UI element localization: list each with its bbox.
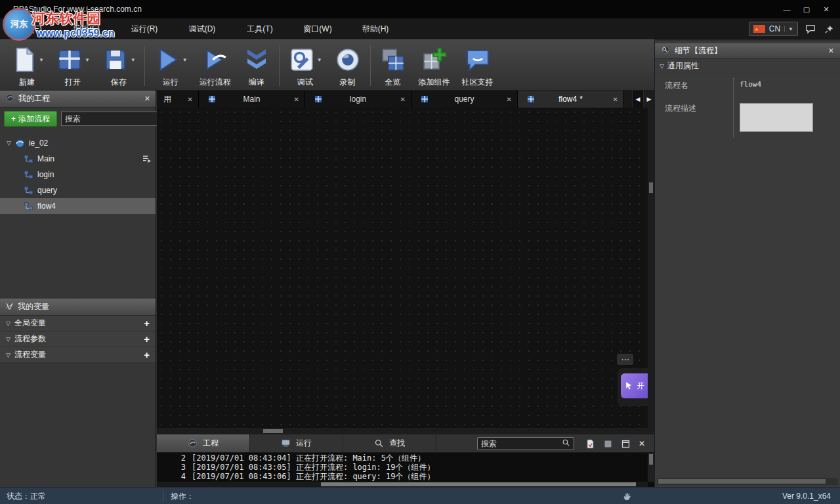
tab-close-icon[interactable]: ✕ (294, 96, 299, 103)
flow-canvas[interactable]: ⋯ 开 (157, 108, 654, 428)
editor-tab-flow4[interactable]: flow4 * ✕ (518, 91, 624, 108)
project-search-input[interactable] (65, 114, 167, 123)
menu-window[interactable]: 窗口(W) (289, 18, 346, 39)
editor-tab-label: Main (243, 94, 260, 104)
run-flow-button[interactable]: 运行流程 (194, 41, 237, 90)
language-selector[interactable]: ★ CN ▼ (749, 22, 798, 36)
open-button[interactable]: ▼ 打开 (50, 41, 96, 90)
scrollbar-handle[interactable] (649, 454, 653, 465)
flow-description-input[interactable] (740, 103, 813, 132)
scrollbar-handle[interactable] (649, 182, 653, 193)
community-support-button[interactable]: 社区支持 (456, 41, 499, 90)
maximize-panel-icon[interactable] (621, 439, 631, 449)
canvas-horizontal-scrollbar[interactable] (157, 428, 654, 434)
status-text: 状态：正常 (7, 488, 46, 504)
debug-button[interactable]: ▼ 调试 (282, 41, 328, 90)
canvas-vertical-scrollbar[interactable] (648, 108, 654, 428)
variables-group-label: 流程变量 (14, 349, 46, 360)
log-vertical-scrollbar[interactable] (648, 453, 654, 482)
compile-button[interactable]: 编译 (237, 41, 276, 90)
tab-close-icon[interactable]: ✕ (400, 96, 406, 103)
pin-icon[interactable] (823, 23, 835, 35)
variables-group-params[interactable]: ▽ 流程参数 + (0, 331, 156, 347)
overview-button[interactable]: 全览 (373, 41, 413, 90)
add-variable-button[interactable]: + (144, 318, 150, 328)
node-options-button[interactable]: ⋯ (617, 354, 633, 365)
tab-close-icon[interactable]: ✕ (188, 96, 193, 103)
clear-log-icon[interactable] (603, 439, 613, 449)
output-tab-project[interactable]: 工程 (157, 434, 250, 452)
new-button[interactable]: ▼ 新建 (4, 41, 50, 90)
flow-icon (24, 170, 33, 180)
run-button[interactable]: ▼ 运行 (148, 41, 194, 90)
details-horizontal-scrollbar[interactable] (657, 478, 838, 485)
tree-item-flow4[interactable]: flow4 (0, 198, 156, 214)
scrollbar-handle[interactable] (658, 479, 826, 484)
section-general-properties[interactable]: ▽ 通用属性 (655, 59, 840, 74)
menu-help[interactable]: 帮助(H) (346, 18, 404, 39)
log-text: [2019/07/01 08:43:06] 正在打开流程: query: 19个… (192, 472, 434, 481)
add-component-button[interactable]: 添加组件 (413, 41, 456, 90)
feedback-icon[interactable] (805, 23, 816, 35)
output-tab-find[interactable]: 查找 (343, 434, 436, 452)
editor-tab-clipped[interactable]: 用 ✕ (157, 91, 199, 108)
variables-group-global[interactable]: ▽ 全局变量 + (0, 316, 156, 331)
editor-tab-main[interactable]: Main ✕ (199, 91, 305, 108)
close-panel-icon[interactable]: ✕ (639, 439, 645, 448)
maximize-button[interactable]: ▢ (797, 0, 816, 18)
close-button[interactable]: ✕ (816, 0, 836, 18)
dropdown-arrow-icon[interactable]: ▼ (182, 57, 188, 63)
tree-root-ie02[interactable]: ▽ ie_02 (0, 135, 156, 151)
statusbar-separator (163, 490, 163, 502)
menu-run[interactable]: 运行(R) (116, 18, 173, 39)
editor-tab-query[interactable]: query ✕ (411, 91, 518, 108)
tab-close-icon[interactable]: ✕ (613, 96, 618, 103)
flow-tab-icon (208, 95, 216, 103)
tab-close-icon[interactable]: ✕ (507, 96, 512, 103)
chevron-down-icon[interactable]: ▼ (784, 26, 793, 32)
editor-tab-login[interactable]: login ✕ (305, 91, 411, 108)
search-icon (374, 438, 384, 448)
close-icon[interactable]: ✕ (144, 94, 150, 103)
flow-name-value[interactable]: flow4 (733, 80, 761, 91)
collapse-arrow-icon[interactable]: ▽ (6, 320, 10, 327)
collapse-arrow-icon[interactable]: ▽ (7, 140, 11, 146)
dropdown-arrow-icon[interactable]: ▼ (39, 57, 44, 63)
add-flow-button[interactable]: + 添加流程 (4, 111, 57, 127)
menu-debug[interactable]: 调试(D) (173, 18, 231, 39)
dropdown-arrow-icon[interactable]: ▼ (317, 57, 322, 63)
tree-item-login[interactable]: login (0, 167, 156, 182)
dropdown-arrow-icon[interactable]: ▼ (131, 57, 136, 63)
entry-flow-indicator-icon[interactable] (142, 154, 152, 166)
variables-group-flow[interactable]: ▽ 流程变量 + (0, 347, 156, 363)
close-icon[interactable]: ✕ (828, 47, 834, 55)
field-flow-description: 流程描述 (655, 103, 840, 132)
scrollbar-handle[interactable] (263, 429, 283, 433)
log-search-input[interactable] (481, 439, 562, 448)
menu-tools[interactable]: 工具(T) (231, 18, 289, 39)
toolbar: ▼ 新建 ▼ 打开 ▼ 保存 ▼ 运行 (0, 39, 654, 91)
collapse-arrow-icon[interactable]: ▽ (6, 336, 10, 343)
export-log-icon[interactable] (585, 439, 595, 449)
collapse-arrow-icon[interactable]: ▽ (6, 352, 10, 358)
save-button[interactable]: ▼ 保存 (96, 41, 142, 90)
tree-item-main[interactable]: Main (0, 151, 156, 167)
output-tab-run[interactable]: 运行 (250, 434, 343, 452)
record-button[interactable]: 录制 (328, 41, 368, 90)
log-row: 4 [2019/07/01 08:43:06] 正在打开流程: query: 1… (177, 472, 646, 481)
tab-scroll-left-button[interactable]: ◀ (632, 91, 643, 108)
log-horizontal-scrollbar[interactable] (157, 482, 648, 487)
log-area[interactable]: 2 [2019/07/01 08:43:04] 正在打开流程: Main: 5个… (157, 453, 654, 487)
add-variable-button[interactable]: + (144, 350, 150, 360)
dropdown-arrow-icon[interactable]: ▼ (85, 57, 90, 63)
add-variable-button[interactable]: + (144, 334, 150, 344)
scrollbar-handle[interactable] (321, 482, 636, 486)
minimize-button[interactable]: — (777, 0, 797, 18)
menu-file[interactable]: 文件(F) (0, 18, 58, 39)
debug-icon (288, 46, 316, 74)
collapse-arrow-icon[interactable]: ▽ (660, 63, 664, 70)
tree-item-query[interactable]: query (0, 182, 156, 198)
menu-edit[interactable]: 编辑(E) (58, 18, 116, 39)
tab-scroll-right-button[interactable]: ▶ (643, 91, 654, 108)
pointer-icon (624, 381, 634, 391)
